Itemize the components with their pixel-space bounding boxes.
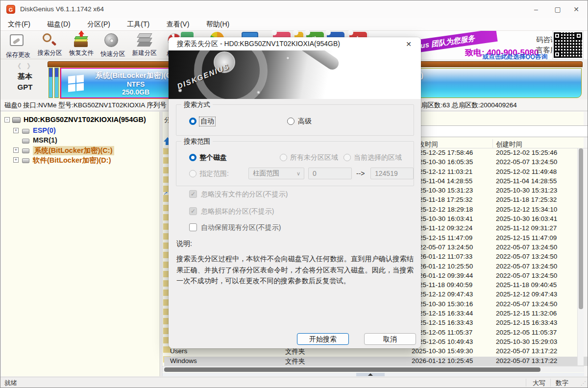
title-bar: G DiskGenius V6.1.1.1742 x64 – ▢ ✕ bbox=[0, 0, 588, 18]
menu-tools[interactable]: 工具(T) bbox=[120, 18, 157, 30]
menu-bar: 文件(F) 磁盘(D) 分区(P) 工具(T) 查看(V) 帮助(H) bbox=[0, 18, 588, 31]
tree-item-msr[interactable]: MSR(1) bbox=[1, 136, 160, 146]
collapse-icon[interactable]: - bbox=[4, 117, 10, 122]
start-search-button[interactable]: 开始搜索 bbox=[297, 333, 349, 345]
expand-icon[interactable]: + bbox=[13, 147, 19, 153]
range-to-input: 124519 bbox=[370, 168, 414, 179]
save-icon bbox=[10, 34, 24, 46]
app-logo-icon: G bbox=[6, 5, 15, 14]
disk-info-right: 扇区数:63 总扇区数:2000409264 bbox=[421, 101, 517, 110]
status-bar: 就绪 大写 数字 ⋰ bbox=[0, 377, 588, 388]
collapse-handle[interactable] bbox=[356, 373, 385, 376]
note-text: 搜索丢失分区过程中，本软件不会向磁盘写入任何数据。直到用户确认搜索结果正确、并执… bbox=[176, 253, 414, 287]
hdd-photo-banner: DISKGENIUS bbox=[169, 50, 421, 99]
radio-advanced-label[interactable]: 高级 bbox=[298, 117, 312, 126]
window-title: DiskGenius V6.1.1.1742 x64 bbox=[20, 5, 104, 13]
dialog-title-bar: 搜索丢失分区 - HD0:KBG50ZNV1T02KIOXIA(954GB) ✕ bbox=[169, 37, 421, 50]
partition-icon bbox=[22, 129, 29, 134]
splitter-bar bbox=[162, 373, 584, 376]
disk-style-label: 基本 bbox=[7, 72, 43, 81]
radio-unpartitioned-label: 所有未分区区域 bbox=[290, 153, 338, 162]
partition-icon bbox=[22, 158, 29, 163]
scrollbar-thumb[interactable] bbox=[164, 367, 540, 372]
partition-icon bbox=[22, 148, 29, 153]
expand-icon[interactable]: + bbox=[13, 128, 19, 133]
file-row-users[interactable]: Users文件夹 2025-10-30 15:49:302022-05-07 1… bbox=[164, 347, 588, 356]
close-button[interactable]: ✕ bbox=[567, 3, 586, 15]
recover-files-button[interactable]: 恢复文件 bbox=[67, 31, 96, 58]
vertical-scrollbar[interactable] bbox=[577, 148, 584, 365]
menu-file[interactable]: 文件(F) bbox=[0, 18, 38, 30]
quick-partition-button[interactable]: 快速分区 bbox=[98, 31, 127, 58]
partition-tree: - HD0:KBG50ZNV1T02KIOXIA(954GB) + ESP(0)… bbox=[1, 112, 160, 376]
layers-icon bbox=[136, 32, 153, 48]
disc-icon bbox=[104, 33, 118, 47]
checkbox-keep-existing-label[interactable]: 自动保留现有分区(不提示) bbox=[201, 223, 281, 232]
cancel-button[interactable]: 取消 bbox=[364, 333, 416, 345]
tree-item-disk[interactable]: - HD0:KBG50ZNV1T02KIOXIA(954GB) bbox=[1, 115, 160, 125]
checkbox-ignore-empty: ✓ bbox=[189, 190, 197, 198]
checkbox-ignore-damaged: ✓ bbox=[189, 207, 197, 215]
radio-current-area bbox=[343, 154, 351, 161]
radio-whole-disk[interactable] bbox=[189, 154, 196, 161]
resize-grip[interactable]: ⋰ bbox=[581, 380, 586, 387]
recover-icon bbox=[73, 32, 90, 48]
esp-partition-block[interactable] bbox=[49, 68, 53, 98]
search-lost-partition-dialog: 搜索丢失分区 - HD0:KBG50ZNV1T02KIOXIA(954GB) ✕… bbox=[169, 37, 421, 348]
radio-auto[interactable] bbox=[189, 118, 196, 125]
radio-whole-disk-label[interactable]: 整个磁盘 bbox=[199, 153, 227, 162]
radio-specify-range bbox=[189, 170, 196, 177]
range-arrow: --> bbox=[356, 170, 365, 177]
menu-disk[interactable]: 磁盘(D) bbox=[40, 18, 77, 30]
dialog-close-icon[interactable]: ✕ bbox=[403, 39, 414, 49]
new-partition-button[interactable]: 新建分区 bbox=[130, 31, 159, 58]
qr-code bbox=[552, 31, 584, 59]
column-created[interactable]: 创建时间 bbox=[496, 140, 522, 149]
tree-item-system-c[interactable]: + 系统(BitLocker加密)(C:) bbox=[1, 146, 160, 155]
menu-partition[interactable]: 分区(P) bbox=[80, 18, 118, 30]
diskgenius-window: G DiskGenius V6.1.1.1742 x64 – ▢ ✕ 文件(F)… bbox=[0, 0, 588, 388]
magnifier-icon bbox=[41, 32, 58, 48]
checkbox-ignore-damaged-label: 忽略损坏的分区(不提示) bbox=[201, 207, 274, 216]
windows-logo-icon bbox=[68, 74, 85, 93]
caps-indicator: 大写 bbox=[533, 379, 545, 388]
nav-chevrons[interactable]: 《 》 bbox=[7, 62, 43, 71]
msr-partition-block[interactable] bbox=[54, 68, 59, 98]
expand-icon[interactable]: + bbox=[13, 157, 19, 163]
menu-view[interactable]: 查看(V) bbox=[159, 18, 197, 30]
disk-gpt-label: GPT bbox=[7, 83, 43, 91]
num-indicator: 数字 bbox=[556, 379, 568, 388]
radio-unpartitioned bbox=[280, 154, 287, 161]
range-from-input: 0 bbox=[308, 168, 352, 179]
horizontal-scrollbar[interactable] bbox=[162, 366, 584, 372]
radio-current-area-label: 当前选择的区域 bbox=[354, 153, 402, 162]
dialog-title: 搜索丢失分区 - HD0:KBG50ZNV1T02KIOXIA(954GB) bbox=[177, 40, 340, 48]
tree-item-esp[interactable]: + ESP(0) bbox=[1, 126, 160, 136]
radio-specify-range-label: 指定范围: bbox=[199, 170, 229, 178]
cylinder-range-select: 柱面范围∨ bbox=[248, 168, 304, 179]
disk-info-left: 磁盘0 接口:NVMe 型号:KBG50ZNV1T02KIOXIA 序列号 bbox=[4, 101, 168, 110]
scrollbar-thumb[interactable] bbox=[579, 148, 583, 309]
menu-help[interactable]: 帮助(H) bbox=[199, 18, 237, 30]
checkbox-ignore-empty-label: 忽略没有文件的分区(不提示) bbox=[201, 190, 288, 199]
tree-item-software-d[interactable]: + 软件(BitLocker加密)(D:) bbox=[1, 155, 160, 165]
chevron-down-icon: ∨ bbox=[296, 168, 300, 179]
save-changes-button[interactable]: 保存更改 bbox=[3, 31, 33, 58]
file-row-windows[interactable]: Windows文件夹 2026-01-12 10:25:452022-05-07… bbox=[164, 357, 588, 366]
minimize-button[interactable]: – bbox=[527, 3, 545, 15]
status-ready: 就绪 bbox=[4, 379, 17, 388]
partition-icon bbox=[22, 139, 29, 144]
maximize-button[interactable]: ▢ bbox=[548, 3, 567, 15]
disk-icon bbox=[12, 117, 21, 123]
checkbox-keep-existing[interactable] bbox=[189, 223, 197, 231]
search-partition-button[interactable]: 搜索分区 bbox=[35, 31, 64, 58]
note-label: 说明: bbox=[176, 240, 192, 248]
group-search-range: 搜索范围 bbox=[176, 141, 414, 186]
radio-advanced[interactable] bbox=[287, 118, 294, 125]
radio-auto-label[interactable]: 自动 bbox=[199, 117, 215, 126]
